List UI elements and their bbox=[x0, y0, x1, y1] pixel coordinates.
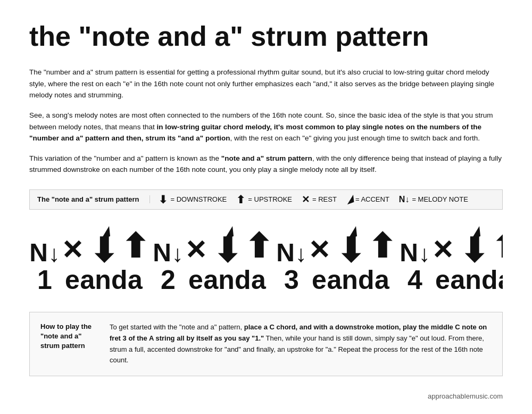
beat4-unit2-symbol: ✕ bbox=[431, 220, 454, 266]
pattern-container: N↓ 1 ✕ e ◢ ⬇ and ⬆ a N↓ bbox=[29, 215, 503, 296]
legend-items: ⬇ = DOWNSTROKE ⬆ = UPSTROKE ✕ = REST ◢ =… bbox=[159, 194, 468, 205]
legend-rest: ✕ = REST bbox=[302, 195, 337, 204]
beat2-unit4: ⬆ a bbox=[246, 220, 271, 293]
legend-downstroke: ⬇ = DOWNSTROKE bbox=[159, 194, 227, 205]
melody-symbol: N↓ bbox=[399, 195, 410, 204]
beat3-unit1-label: 3 bbox=[284, 267, 299, 293]
page-title: the "note and a" strum pattern bbox=[29, 21, 503, 52]
how-to-title: How to play the "note and a" strum patte… bbox=[40, 322, 110, 351]
beat2-unit3-symbol: ◢ ⬇ bbox=[213, 220, 241, 266]
beat2-unit1: N↓ 2 bbox=[153, 220, 184, 293]
paragraph-3: This variation of the "number and a" pat… bbox=[29, 153, 503, 176]
beat2-unit1-label: 2 bbox=[161, 267, 176, 293]
beat4-unit3-symbol: ◢ ⬇ bbox=[460, 220, 488, 266]
downstroke-label: = DOWNSTROKE bbox=[170, 195, 227, 203]
beat2-unit2-symbol: ✕ bbox=[185, 220, 207, 266]
accent-symbol: ◢ bbox=[345, 194, 354, 204]
how-to-box: How to play the "note and a" strum patte… bbox=[29, 312, 503, 376]
beat3-unit1-symbol: N↓ bbox=[276, 220, 307, 266]
beat1-unit4-label: a bbox=[128, 267, 143, 293]
para3-plain: This variation of the "number and a" pat… bbox=[29, 154, 221, 162]
beat3-unit1: N↓ 3 bbox=[276, 220, 307, 293]
rest-symbol: ✕ bbox=[302, 195, 310, 204]
melody-label: = MELODY NOTE bbox=[412, 195, 468, 203]
beat3-unit4: ⬆ a bbox=[370, 220, 394, 293]
downstroke-symbol: ⬇ bbox=[159, 194, 168, 205]
beat1-unit3-label: and bbox=[80, 267, 128, 293]
beat3-unit2-label: e bbox=[312, 267, 327, 293]
beat4-unit4-label: a bbox=[498, 267, 503, 293]
beat2-unit4-label: a bbox=[251, 267, 266, 293]
beat3-unit3-symbol: ◢ ⬇ bbox=[337, 220, 364, 266]
beat3-unit3-label: and bbox=[327, 267, 375, 293]
beat1-unit4-symbol: ⬆ bbox=[121, 220, 149, 266]
accent-label: = ACCENT bbox=[355, 195, 389, 203]
beat2-unit1-symbol: N↓ bbox=[153, 220, 184, 266]
how-to-plain1: To get started with the "note and a" pat… bbox=[110, 323, 244, 331]
legend-bar: The "note and a" strum pattern ⬇ = DOWNS… bbox=[29, 189, 503, 210]
beat4-unit2-label: e bbox=[435, 267, 450, 293]
paragraph-2: See, a song's melody notes are most ofte… bbox=[29, 110, 503, 144]
beat1-unit4: ⬆ a bbox=[123, 220, 147, 293]
beat2-unit3: ◢ ⬇ and bbox=[208, 220, 246, 293]
beat2-unit4-symbol: ⬆ bbox=[245, 220, 272, 266]
beat4-unit1: N↓ 4 bbox=[400, 220, 430, 293]
beat3-unit3: ◢ ⬇ and bbox=[331, 220, 370, 293]
beat1-unit3-symbol: ◢ ⬇ bbox=[90, 220, 118, 266]
beat4-unit4: ⬆ a bbox=[493, 220, 503, 293]
legend-upstroke: ⬆ = UPSTROKE bbox=[236, 194, 292, 205]
beat4-unit3-label: and bbox=[451, 267, 498, 293]
beat1-unit1-symbol: N↓ bbox=[29, 220, 60, 266]
beat3-unit4-symbol: ⬆ bbox=[368, 220, 396, 266]
beat1-unit1: N↓ 1 bbox=[29, 220, 60, 293]
beat4-unit1-symbol: N↓ bbox=[400, 220, 430, 266]
beat1-unit2-symbol: ✕ bbox=[61, 220, 84, 266]
legend-melody: N↓ = MELODY NOTE bbox=[399, 195, 468, 204]
beat3-unit2-symbol: ✕ bbox=[308, 220, 330, 266]
upstroke-symbol: ⬆ bbox=[236, 194, 245, 205]
beat2-unit2-label: e bbox=[188, 267, 203, 293]
beat1-unit1-label: 1 bbox=[37, 267, 52, 293]
beat1-unit3: ◢ ⬇ and bbox=[85, 220, 123, 293]
beat4-unit1-label: 4 bbox=[408, 267, 422, 293]
beat4-unit4-symbol: ⬆ bbox=[492, 220, 503, 266]
rest-label: = REST bbox=[312, 195, 337, 203]
legend-accent: ◢ = ACCENT bbox=[346, 195, 389, 204]
upstroke-label: = UPSTROKE bbox=[248, 195, 292, 203]
beat2-unit3-label: and bbox=[204, 267, 251, 293]
legend-title: The "note and a" strum pattern bbox=[37, 195, 150, 203]
beat1-unit2-label: e bbox=[65, 267, 80, 293]
para2-end: , with the rest on each "e" giving you j… bbox=[230, 134, 480, 142]
beat4-unit3: ◢ ⬇ and bbox=[455, 220, 493, 293]
full-pattern: N↓ 1 ✕ e ◢ ⬇ and ⬆ a N↓ bbox=[29, 215, 503, 296]
website-footer: approachablemusic.com bbox=[29, 392, 503, 400]
how-to-text: To get started with the "note and a" pat… bbox=[110, 322, 492, 366]
paragraph-1: The "number and a" strum pattern is esse… bbox=[29, 67, 503, 101]
para3-bold: "note and a" strum pattern bbox=[221, 154, 312, 162]
beat3-unit4-label: a bbox=[375, 267, 389, 293]
